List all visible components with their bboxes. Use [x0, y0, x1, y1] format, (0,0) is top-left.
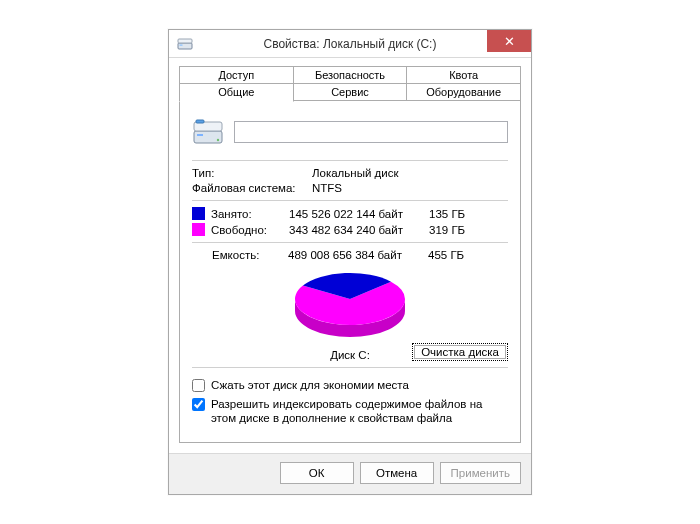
compress-label[interactable]: Сжать этот диск для экономии места [211, 378, 409, 392]
tab-quota[interactable]: Квота [407, 66, 521, 84]
cancel-button[interactable]: Отмена [360, 462, 434, 484]
used-swatch-icon [192, 207, 205, 220]
used-label: Занято: [211, 208, 289, 220]
index-label[interactable]: Разрешить индексировать содержимое файло… [211, 397, 508, 426]
close-icon: ✕ [504, 34, 515, 49]
titlebar: Свойства: Локальный диск (C:) ✕ [169, 30, 531, 58]
tab-panel-general: Тип: Локальный диск Файловая система: NT… [179, 100, 521, 442]
tab-hardware[interactable]: Оборудование [407, 83, 521, 101]
svg-rect-3 [194, 131, 222, 143]
tab-service[interactable]: Сервис [294, 83, 408, 101]
dialog-footer: ОК Отмена Применить [169, 453, 531, 494]
pie-chart-icon [285, 269, 415, 344]
free-label: Свободно: [211, 224, 289, 236]
tab-access[interactable]: Доступ [179, 66, 294, 84]
filesystem-value: NTFS [312, 182, 508, 194]
free-space-row: Свободно: 343 482 634 240 байт 319 ГБ [192, 223, 508, 236]
svg-rect-2 [178, 39, 192, 43]
disk-label: Диск C: [330, 349, 370, 361]
used-gb: 135 ГБ [429, 208, 508, 220]
svg-rect-7 [196, 120, 204, 123]
ok-button[interactable]: ОК [280, 462, 354, 484]
divider [192, 160, 508, 161]
capacity-label: Емкость: [212, 249, 288, 261]
svg-rect-0 [178, 43, 192, 49]
divider [192, 242, 508, 243]
capacity-gb: 455 ГБ [428, 249, 508, 261]
free-swatch-icon [192, 223, 205, 236]
capacity-row: Емкость: 489 008 656 384 байт 455 ГБ [212, 249, 508, 261]
window-title: Свойства: Локальный диск (C:) [199, 37, 531, 51]
pie-chart-area: Диск C: Очистка диска [192, 265, 508, 361]
tab-general[interactable]: Общие [179, 83, 294, 102]
index-row: Разрешить индексировать содержимое файло… [192, 397, 508, 426]
close-button[interactable]: ✕ [487, 30, 531, 52]
svg-point-5 [217, 139, 219, 141]
divider [192, 367, 508, 368]
apply-button[interactable]: Применить [440, 462, 521, 484]
drive-icon [192, 116, 224, 148]
capacity-bytes: 489 008 656 384 байт [288, 249, 428, 261]
filesystem-row: Файловая система: NTFS [192, 182, 508, 194]
disk-cleanup-button[interactable]: Очистка диска [412, 343, 508, 361]
drive-name-input[interactable] [234, 121, 508, 143]
compress-checkbox[interactable] [192, 379, 205, 392]
divider [192, 200, 508, 201]
type-row: Тип: Локальный диск [192, 167, 508, 179]
properties-window: Свойства: Локальный диск (C:) ✕ Доступ Б… [168, 29, 532, 494]
free-gb: 319 ГБ [429, 224, 508, 236]
used-bytes: 145 526 022 144 байт [289, 208, 429, 220]
index-checkbox[interactable] [192, 398, 205, 411]
used-space-row: Занято: 145 526 022 144 байт 135 ГБ [192, 207, 508, 220]
svg-rect-1 [180, 44, 183, 45]
content-area: Доступ Безопасность Квота Общие Сервис О… [169, 58, 531, 452]
type-value: Локальный диск [312, 167, 508, 179]
tabs: Доступ Безопасность Квота Общие Сервис О… [179, 66, 521, 101]
drive-small-icon [177, 36, 193, 52]
type-label: Тип: [192, 167, 312, 179]
free-bytes: 343 482 634 240 байт [289, 224, 429, 236]
tab-security[interactable]: Безопасность [294, 66, 408, 84]
compress-row: Сжать этот диск для экономии места [192, 378, 508, 392]
svg-rect-4 [197, 134, 203, 136]
filesystem-label: Файловая система: [192, 182, 312, 194]
